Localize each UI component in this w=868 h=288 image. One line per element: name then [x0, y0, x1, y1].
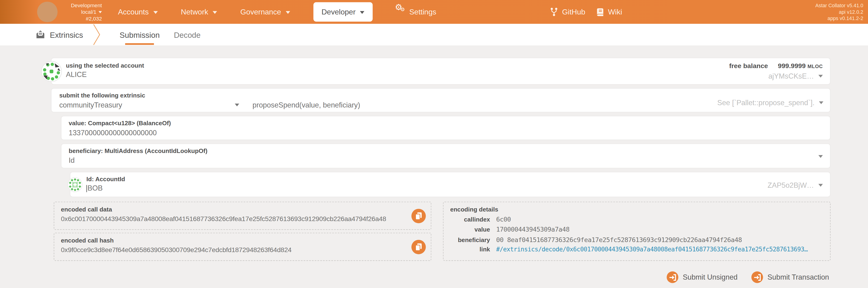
detail-label: value — [450, 226, 490, 233]
extrinsic-field-label: submit the following extrinsic — [59, 92, 822, 99]
nav-network[interactable]: Network — [181, 8, 217, 16]
nav-label: Settings — [409, 8, 436, 16]
tab-submission[interactable]: Submission — [120, 31, 160, 39]
bob-identicon[interactable] — [68, 177, 83, 192]
encoded-call-data-label: encoded call data — [61, 206, 424, 213]
param-beneficiary-card: beneficiary: MultiAddress (AccountIdLook… — [61, 143, 831, 168]
param-value-input[interactable]: 1337000000000000000000 — [69, 128, 823, 137]
section-title: Extrinsics — [50, 31, 83, 39]
nav-settings[interactable]: ⚙⚙ Settings — [396, 7, 436, 17]
detail-value: 00 8eaf04151687736326c9fea17e25fc5287613… — [496, 236, 742, 244]
method-signature[interactable]: proposeSpend(value, beneficiary) — [252, 101, 360, 109]
nav-accounts[interactable]: Accounts — [118, 8, 158, 16]
detail-row-link: link #/extrinsics/decode/0x6c00170000443… — [450, 246, 824, 253]
encoded-call-data-box: encoded call data 0x6c00170000443945309a… — [54, 202, 431, 230]
chevron-down-icon — [99, 11, 102, 13]
encoded-call-hash-value: 0x9f0cce9c3d8ee7f64e0d658639050300709e29… — [61, 246, 424, 254]
accountid-address-short: ZAP5o2BjW… — [768, 181, 814, 190]
best-block-number: #2,032 — [59, 15, 102, 22]
balance-unit: MLOC — [807, 64, 823, 69]
method-doc-dropdown[interactable]: See [`Pallet::propose_spend`]. — [717, 99, 824, 107]
detail-row-beneficiary: beneficiary 00 8eaf04151687736326c9fea17… — [450, 236, 824, 244]
tab-decode[interactable]: Decode — [174, 31, 201, 39]
submit-unsigned-label: Submit Unsigned — [683, 273, 738, 282]
submit-actions: Submit Unsigned Submit Transaction — [667, 271, 829, 283]
account-name: ALICE — [66, 70, 830, 79]
wiki-link[interactable]: Wiki — [596, 0, 622, 24]
chevron-down-icon[interactable] — [818, 155, 823, 158]
detail-label: beneficiary — [450, 236, 490, 243]
alice-identicon[interactable] — [41, 61, 62, 82]
copy-icon — [414, 211, 423, 220]
chevron-down-icon — [153, 11, 158, 13]
param-beneficiary-label: beneficiary: MultiAddress (AccountIdLook… — [69, 148, 823, 154]
chevron-down-icon — [286, 11, 290, 13]
encoded-call-hash-box: encoded call hash 0x9f0cce9c3d8ee7f64e0d… — [54, 233, 431, 261]
chevron-down-icon — [360, 11, 364, 13]
param-value-card: value: Compact<u128> (BalanceOf) 1337000… — [61, 116, 831, 140]
chevron-down-icon — [235, 103, 239, 106]
copy-call-data-button[interactable] — [411, 209, 426, 223]
extrinsic-select-card: submit the following extrinsic community… — [51, 88, 831, 113]
detail-label: link — [450, 246, 490, 253]
pallet-dropdown[interactable]: communityTreasury — [59, 101, 239, 109]
network-selector[interactable]: Development local/1 #2,032 — [59, 2, 102, 22]
settings-gear-icon: ⚙⚙ — [396, 7, 405, 17]
submit-transaction-label: Submit Transaction — [768, 273, 829, 282]
nav-label: Governance — [240, 8, 281, 16]
nav-label: Developer — [321, 8, 355, 16]
detail-label: callindex — [450, 216, 490, 222]
param-value-label: value: Compact<u128> (BalanceOf) — [69, 120, 823, 126]
tab-bar: Extrinsics Submission Decode — [0, 24, 868, 45]
nav-governance[interactable]: Governance — [240, 8, 290, 16]
wiki-book-icon — [596, 7, 604, 16]
nav-label: Accounts — [118, 8, 149, 16]
param-beneficiary-dropdown[interactable]: Id — [69, 156, 823, 165]
decode-link[interactable]: #/extrinsics/decode/0x6c0017000044394530… — [496, 246, 808, 253]
submit-transaction-button[interactable]: Submit Transaction — [751, 271, 829, 283]
top-nav-bar: Development local/1 #2,032 Accounts Netw… — [0, 0, 868, 24]
node-version: Astar Collator v5.41.0 — [815, 3, 863, 9]
api-version: api v12.0.2 — [815, 9, 863, 15]
screenshot-viewport: Development local/1 #2,032 Accounts Netw… — [0, 0, 868, 288]
chevron-down-icon[interactable] — [818, 75, 823, 78]
copy-call-hash-button[interactable] — [411, 239, 426, 254]
chevron-down-icon — [213, 11, 217, 13]
github-label: GitHub — [562, 8, 585, 16]
submit-unsigned-button[interactable]: Submit Unsigned — [667, 271, 738, 283]
copy-icon — [414, 242, 423, 251]
method-doc-text: See [`Pallet::propose_spend`]. — [717, 99, 815, 107]
wiki-label: Wiki — [608, 8, 622, 16]
nav-developer[interactable]: Developer — [313, 2, 373, 22]
encoded-call-data-value: 0x6c00170000443945309a7a48008eaf04151687… — [61, 215, 424, 223]
github-fork-icon — [550, 7, 558, 17]
network-endpoint: local/1 — [81, 9, 96, 15]
github-link[interactable]: GitHub — [550, 0, 585, 24]
pallet-name: communityTreasury — [59, 101, 122, 109]
sign-in-icon — [751, 271, 763, 283]
account-select-card[interactable]: using the selected account ALICE free ba… — [51, 58, 831, 85]
detail-value: 6c00 — [496, 215, 511, 223]
chevron-down-icon — [819, 101, 824, 104]
encoding-details-box: encoding details callindex 6c00 value 17… — [443, 202, 831, 261]
free-balance-value: 999.9999 — [778, 62, 806, 70]
detail-value: 170000443945309a7a48 — [496, 225, 569, 233]
extrinsics-envelope-icon — [35, 30, 45, 39]
param-accountid-label: Id: AccountId — [87, 175, 830, 182]
param-accountid-input[interactable]: BOB — [87, 184, 102, 192]
detail-row-value: value 170000443945309a7a48 — [450, 225, 824, 233]
polkadot-apps-root: Development local/1 #2,032 Accounts Netw… — [0, 0, 868, 288]
encoding-details-label: encoding details — [450, 206, 824, 213]
version-info: Astar Collator v5.41.0 api v12.0.2 apps … — [815, 3, 863, 22]
param-accountid-card: Id: AccountId BOB ZAP5o2BjW… — [70, 172, 831, 197]
encoded-call-hash-label: encoded call hash — [61, 237, 424, 244]
network-logo[interactable] — [37, 2, 58, 22]
nav-label: Network — [181, 8, 209, 16]
chevron-down-icon[interactable] — [818, 184, 823, 187]
free-balance-label: free balance — [729, 62, 768, 70]
text-cursor — [87, 185, 87, 192]
detail-row-callindex: callindex 6c00 — [450, 215, 824, 223]
account-address-short: ajYMsCKsE… — [769, 72, 814, 81]
sign-in-icon — [667, 271, 678, 283]
apps-version: apps v0.141.2-2 — [815, 15, 863, 22]
